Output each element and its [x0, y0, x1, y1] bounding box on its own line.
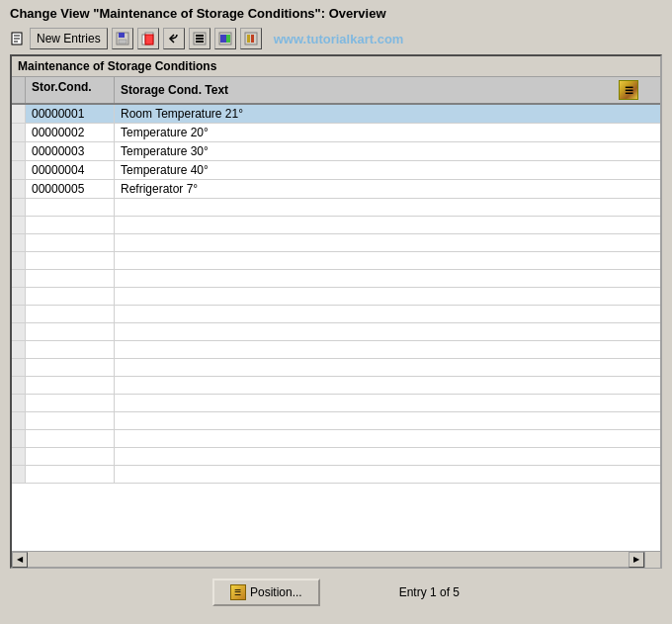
table-row[interactable]: 00000004 Temperature 40°	[12, 161, 660, 180]
row-text-empty	[115, 288, 660, 305]
row-selector	[12, 124, 26, 141]
table-row-empty[interactable]	[12, 395, 660, 412]
row-text-empty	[115, 359, 660, 376]
table-row[interactable]: 00000003 Temperature 30°	[12, 142, 660, 161]
row-selector	[12, 288, 26, 305]
toolbar: New Entries	[0, 25, 672, 54]
table-row-empty[interactable]	[12, 252, 660, 270]
row-selector	[12, 217, 26, 233]
footer-area: ☰ Position... Entry 1 of 5	[0, 569, 672, 616]
row-text-empty	[115, 217, 660, 233]
row-selector	[12, 142, 26, 160]
row-stor-empty	[26, 217, 115, 233]
save-icon-btn[interactable]	[112, 28, 133, 49]
row-text-empty	[115, 377, 660, 394]
row-stor-empty	[26, 288, 115, 305]
row-text-empty	[115, 252, 660, 269]
row-text-empty	[115, 323, 660, 340]
export-icon-btn[interactable]	[240, 28, 262, 49]
table-row-empty[interactable]	[12, 448, 660, 466]
row-stor-empty	[26, 306, 115, 322]
svg-rect-16	[226, 35, 230, 43]
row-stor-empty	[26, 234, 115, 251]
row-text: Room Temperature 21°	[115, 105, 660, 123]
table-section-title: Maintenance of Storage Conditions	[12, 56, 660, 77]
row-text-empty	[115, 395, 660, 411]
main-content: Maintenance of Storage Conditions Stor.C…	[10, 54, 662, 569]
row-selector	[12, 252, 26, 269]
table-row-empty[interactable]	[12, 217, 660, 234]
svg-rect-13	[196, 41, 204, 43]
row-text-empty	[115, 341, 660, 358]
table-row[interactable]: 00000002 Temperature 20°	[12, 124, 660, 142]
table-body[interactable]: 00000001 Room Temperature 21° 00000002 T…	[12, 105, 660, 551]
row-stor-empty	[26, 341, 115, 358]
row-stor-empty	[26, 377, 115, 394]
table-row-empty[interactable]	[12, 377, 660, 395]
position-label: Position...	[250, 585, 302, 599]
table-row[interactable]: 00000005 Refrigerator 7°	[12, 180, 660, 199]
table-row-empty[interactable]	[12, 306, 660, 323]
filter-icon-btn[interactable]	[214, 28, 236, 49]
table-row-empty[interactable]	[12, 359, 660, 377]
table-row-empty[interactable]	[12, 323, 660, 341]
row-selector	[12, 234, 26, 251]
table-row-empty[interactable]	[12, 430, 660, 448]
row-selector	[12, 412, 26, 429]
watermark: www.tutorialkart.com	[274, 32, 404, 46]
svg-rect-6	[119, 40, 126, 44]
column-config-icon[interactable]: ☰	[619, 80, 638, 100]
settings-icon-btn[interactable]	[189, 28, 210, 49]
col-text-header: Storage Cond. Text ☰	[115, 77, 644, 103]
svg-rect-18	[247, 35, 250, 43]
copy-icon-btn[interactable]	[137, 28, 159, 49]
table-row-empty[interactable]	[12, 270, 660, 288]
new-entries-label: New Entries	[37, 32, 101, 45]
row-stor: 00000002	[26, 124, 115, 141]
row-selector	[12, 161, 26, 179]
bottom-scrollbar[interactable]: ◀ ▶	[12, 551, 660, 567]
row-stor-empty	[26, 448, 115, 465]
row-text-empty	[115, 199, 660, 216]
row-selector	[12, 341, 26, 358]
table-row-empty[interactable]	[12, 341, 660, 359]
table-row-empty[interactable]	[12, 234, 660, 252]
row-selector	[12, 105, 26, 123]
row-text-empty	[115, 430, 660, 447]
hscroll-right-btn[interactable]: ▶	[629, 552, 644, 568]
table-row[interactable]: 00000001 Room Temperature 21°	[12, 105, 660, 124]
row-stor-empty	[26, 395, 115, 411]
entry-info: Entry 1 of 5	[399, 585, 460, 599]
row-selector	[12, 466, 26, 483]
row-text-empty	[115, 466, 660, 483]
row-stor-empty	[26, 323, 115, 340]
table-row-empty[interactable]	[12, 288, 660, 306]
new-entries-icon	[10, 31, 26, 46]
row-text-empty	[115, 234, 660, 251]
title-bar: Change View "Maintenance of Storage Cond…	[0, 0, 672, 25]
table-header: Stor.Cond. Storage Cond. Text ☰	[12, 77, 660, 105]
row-selector	[12, 377, 26, 394]
row-text: Temperature 20°	[115, 124, 660, 141]
table-row-empty[interactable]	[12, 466, 660, 484]
undo-icon-btn[interactable]	[163, 28, 185, 49]
table-row-empty[interactable]	[12, 199, 660, 217]
row-selector	[12, 448, 26, 465]
svg-rect-11	[196, 35, 204, 37]
row-selector	[12, 199, 26, 216]
table-row-empty[interactable]	[12, 412, 660, 430]
row-text: Temperature 40°	[115, 161, 660, 179]
hscroll-track[interactable]	[28, 552, 629, 567]
hscroll-left-btn[interactable]: ◀	[12, 552, 28, 568]
row-text-empty	[115, 412, 660, 429]
row-selector	[12, 430, 26, 447]
row-selector	[12, 180, 26, 198]
new-entries-button[interactable]: New Entries	[30, 28, 108, 49]
row-selector	[12, 323, 26, 340]
row-stor-empty	[26, 412, 115, 429]
row-stor-empty	[26, 466, 115, 483]
svg-rect-15	[220, 35, 226, 43]
svg-rect-9	[145, 35, 153, 45]
row-selector	[12, 270, 26, 287]
position-button[interactable]: ☰ Position...	[212, 579, 320, 606]
